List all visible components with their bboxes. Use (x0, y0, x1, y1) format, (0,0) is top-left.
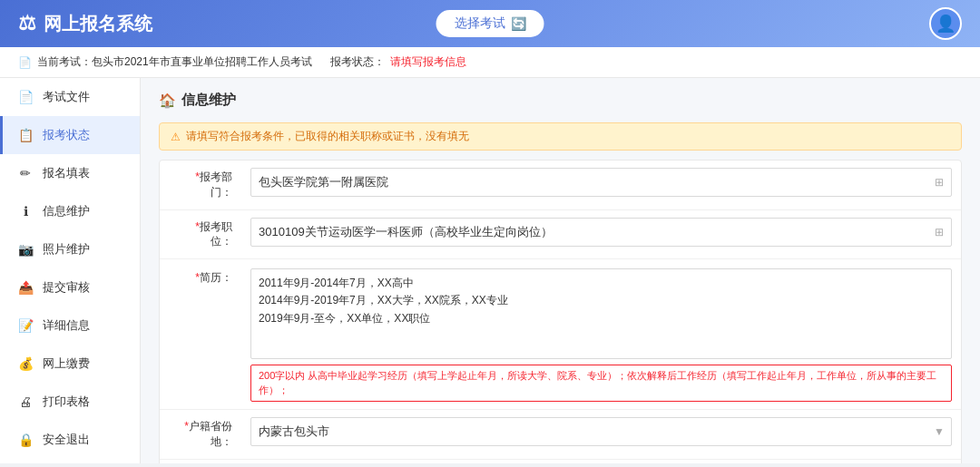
position-field[interactable]: 3010109关节运动医学一科医师（高校毕业生定向岗位） ⊞ (241, 210, 961, 254)
sidebar-item-submit-review[interactable]: 📤 提交审核 (0, 268, 140, 306)
sidebar-item-print-form[interactable]: 🖨 打印表格 (0, 383, 140, 421)
page-title: 🏠 信息维护 (159, 92, 962, 109)
sidebar-label-submit-review: 提交审核 (43, 279, 90, 296)
main-content: 🏠 信息维护 ⚠ 请填写符合报考条件，已取得的相关职称或证书，没有填无 *报考部… (141, 78, 980, 463)
file-icon: 📄 (17, 89, 34, 105)
district-field[interactable]: 包头市 ▼ (241, 460, 961, 463)
list-icon: 📋 (17, 127, 34, 143)
status-label: 报考状态： (330, 54, 385, 70)
app-title: 网上报名系统 (44, 12, 152, 36)
resume-hint: 200字以内 从高中毕业起学习经历（填写上学起止年月，所读大学、院系、专业）；依… (250, 365, 952, 402)
camera-icon: 📷 (17, 241, 34, 258)
sidebar-item-photo-maintenance[interactable]: 📷 照片维护 (0, 230, 140, 268)
sidebar-item-exam-docs[interactable]: 📄 考试文件 (0, 78, 140, 116)
info-icon: ℹ (17, 203, 34, 219)
payment-icon: 💰 (17, 355, 34, 372)
resume-textarea[interactable]: 2011年9月-2014年7月，XX高中 2014年9月-2019年7月，XX大… (250, 268, 952, 359)
position-select-icon: ⊞ (935, 226, 944, 238)
dept-field[interactable]: 包头医学院第一附属医院 ⊞ (241, 161, 961, 204)
select-exam-icon: 🔄 (511, 16, 526, 31)
sidebar-item-registration-form[interactable]: ✏ 报名填表 (0, 154, 140, 192)
position-label: *报考职位： (160, 210, 241, 259)
page-title-text: 信息维护 (181, 92, 236, 109)
sidebar-label-online-payment: 网上缴费 (43, 355, 90, 372)
dept-select-icon: ⊞ (935, 176, 944, 189)
dept-input[interactable]: 包头医学院第一附属医院 ⊞ (250, 168, 952, 197)
province-row: *户籍省份地： 内蒙古包头市 ▼ (160, 410, 961, 460)
header: ⚖ 网上报名系统 选择考试 🔄 👤 (0, 0, 980, 47)
sidebar-label-registration-form: 报名填表 (43, 165, 90, 181)
lock-icon: 🔒 (17, 432, 34, 448)
sidebar-item-exam-status[interactable]: 📋 报考状态 (0, 116, 140, 154)
logo: ⚖ 网上报名系统 (18, 12, 152, 36)
upload-icon: 📤 (17, 279, 34, 296)
sidebar-label-print-form: 打印表格 (43, 394, 90, 410)
resume-row: *简历： 2011年9月-2014年7月，XX高中 2014年9月-2019年7… (160, 259, 961, 410)
province-label: *户籍省份地： (160, 410, 241, 459)
resume-label: *简历： (160, 259, 241, 295)
province-select-wrapper[interactable]: 内蒙古包头市 ▼ (250, 417, 952, 446)
position-required: * (195, 220, 200, 233)
select-exam-label: 选择考试 (455, 15, 505, 32)
notes-icon: 📝 (17, 317, 34, 334)
province-required: * (184, 420, 189, 433)
position-row: *报考职位： 3010109关节运动医学一科医师（高校毕业生定向岗位） ⊞ (160, 210, 961, 260)
province-field[interactable]: 内蒙古包头市 ▼ (241, 410, 961, 453)
dept-row: *报考部门： 包头医学院第一附属医院 ⊞ (160, 161, 961, 210)
sidebar-label-safe-exit: 安全退出 (43, 432, 90, 448)
sidebar-item-online-payment[interactable]: 💰 网上缴费 (0, 345, 140, 383)
sidebar-label-exam-status: 报考状态 (43, 127, 90, 143)
sidebar: 📄 考试文件 📋 报考状态 ✏ 报名填表 ℹ 信息维护 📷 照片维护 📤 提交审… (0, 78, 141, 463)
exam-status-bar: 报考状态： 请填写报考信息 (330, 54, 466, 70)
form-warning-banner: ⚠ 请填写符合报考条件，已取得的相关职称或证书，没有填无 (159, 122, 962, 151)
sub-header: 📄 当前考试：包头市2021年市直事业单位招聘工作人员考试 报考状态： 请填写报… (0, 47, 980, 78)
dept-value: 包头医学院第一附属医院 (259, 174, 388, 190)
logo-icon: ⚖ (18, 12, 36, 35)
resume-field[interactable]: 2011年9月-2014年7月，XX高中 2014年9月-2019年7月，XX大… (241, 259, 961, 409)
sidebar-label-photo-maintenance: 照片维护 (43, 241, 90, 258)
dept-required: * (195, 170, 200, 183)
exam-label: 当前考试：包头市2021年市直事业单位招聘工作人员考试 (37, 54, 312, 70)
status-value: 请填写报考信息 (390, 54, 466, 70)
edit-icon: ✏ (17, 165, 34, 181)
avatar-icon: 👤 (936, 14, 956, 34)
exam-doc-icon: 📄 (18, 56, 32, 69)
district-row: *考 区： 包头市 ▼ (160, 460, 961, 463)
dept-label: *报考部门： (160, 161, 241, 209)
sidebar-label-exam-docs: 考试文件 (43, 89, 90, 105)
sidebar-label-info-maintenance: 信息维护 (43, 203, 90, 219)
avatar[interactable]: 👤 (929, 7, 962, 40)
sidebar-label-detailed-info: 详细信息 (43, 317, 90, 334)
select-exam-button[interactable]: 选择考试 🔄 (436, 10, 544, 37)
print-icon: 🖨 (17, 394, 34, 410)
sidebar-item-info-maintenance[interactable]: ℹ 信息维护 (0, 192, 140, 230)
main-layout: 📄 考试文件 📋 报考状态 ✏ 报名填表 ℹ 信息维护 📷 照片维护 📤 提交审… (0, 78, 980, 463)
current-exam: 📄 当前考试：包头市2021年市直事业单位招聘工作人员考试 (18, 54, 312, 70)
province-select[interactable]: 内蒙古包头市 (250, 417, 952, 446)
sidebar-item-detailed-info[interactable]: 📝 详细信息 (0, 306, 140, 345)
district-label: *考 区： (160, 460, 241, 463)
home-icon: 🏠 (159, 92, 176, 109)
resume-required: * (195, 271, 200, 284)
form-container: *报考部门： 包头医学院第一附属医院 ⊞ *报考职位： 3010109关节运动医… (159, 160, 962, 463)
warning-icon: ⚠ (171, 131, 181, 143)
warning-text: 请填写符合报考条件，已取得的相关职称或证书，没有填无 (186, 129, 469, 144)
sidebar-item-safe-exit[interactable]: 🔒 安全退出 (0, 421, 140, 459)
position-value: 3010109关节运动医学一科医师（高校毕业生定向岗位） (259, 224, 553, 240)
position-input[interactable]: 3010109关节运动医学一科医师（高校毕业生定向岗位） ⊞ (250, 218, 952, 247)
